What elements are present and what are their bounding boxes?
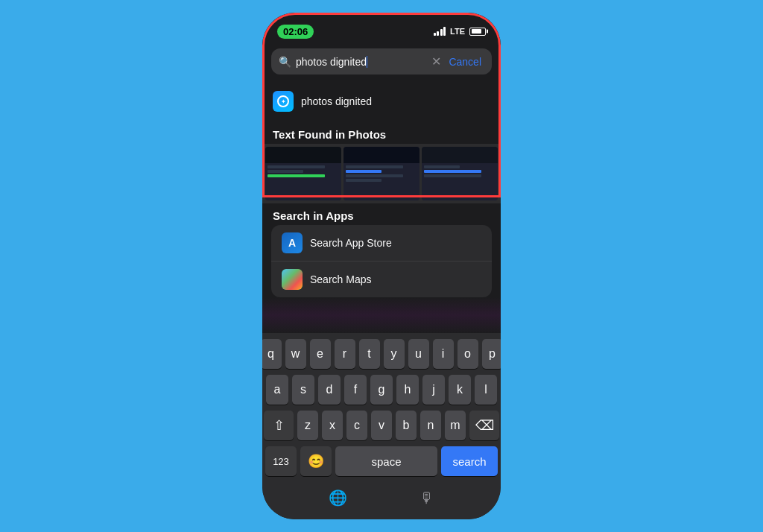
signal-bars-icon: [434, 27, 446, 36]
photo-card-3: [422, 147, 498, 200]
keyboard-bottom-row: 123 😊 space search: [265, 446, 498, 476]
key-j[interactable]: j: [422, 375, 445, 405]
app-store-icon: A: [282, 232, 303, 253]
search-icon: 🔍: [279, 56, 291, 68]
search-key[interactable]: search: [441, 446, 498, 476]
key-f[interactable]: f: [344, 375, 367, 405]
compass-icon: [277, 95, 289, 107]
battery-icon: [469, 28, 486, 36]
globe-icon[interactable]: 🌐: [329, 489, 347, 507]
search-bar[interactable]: 🔍 photos dignited ✕ Cancel: [271, 48, 492, 75]
apps-list: A Search App Store Search Maps: [271, 225, 492, 297]
key-o[interactable]: o: [458, 339, 478, 369]
dark-area: [262, 297, 501, 333]
clear-button[interactable]: ✕: [431, 54, 441, 69]
photo-card-2: [343, 147, 420, 200]
key-u[interactable]: u: [408, 339, 429, 369]
key-n[interactable]: n: [420, 411, 441, 440]
key-e[interactable]: e: [310, 339, 331, 369]
key-v[interactable]: v: [371, 411, 392, 440]
photos-section-header: Text Found in Photos: [262, 122, 501, 144]
search-bar-area: 🔍 photos dignited ✕ Cancel: [262, 45, 501, 80]
photo-card-1: [265, 147, 341, 200]
time-display: 02:06: [277, 25, 314, 39]
phone-screen: 02:06 LTE 🔍 photos dignited ✕ Cancel: [262, 13, 501, 519]
photo-card-body-2: [343, 163, 420, 200]
key-h[interactable]: h: [396, 375, 419, 405]
photo-card-header-3: [422, 147, 498, 163]
key-w[interactable]: w: [285, 339, 306, 369]
key-y[interactable]: y: [384, 339, 405, 369]
suggestions-section: photos dignited: [262, 80, 501, 122]
key-x[interactable]: x: [322, 411, 343, 440]
numbers-key[interactable]: 123: [265, 446, 297, 476]
status-icons: LTE: [434, 27, 486, 36]
backspace-key[interactable]: ⌫: [469, 411, 499, 440]
safari-icon: [273, 91, 294, 112]
photo-card-header-1: [265, 147, 341, 163]
app-store-letter: A: [288, 237, 296, 249]
photo-card-body-3: [422, 163, 498, 200]
key-g[interactable]: g: [370, 375, 393, 405]
key-q[interactable]: q: [262, 339, 282, 369]
key-a[interactable]: a: [266, 375, 288, 405]
app-store-label: Search App Store: [310, 237, 392, 249]
suggestion-text: photos dignited: [301, 95, 372, 107]
search-in-apps: Search in Apps A Search App Store Search…: [262, 203, 501, 297]
key-l[interactable]: l: [475, 375, 497, 405]
photo-card-header-2: [343, 147, 420, 163]
key-m[interactable]: m: [445, 411, 466, 440]
search-in-apps-header: Search in Apps: [262, 203, 501, 225]
status-bar: 02:06 LTE: [262, 13, 501, 45]
emoji-key[interactable]: 😊: [300, 446, 332, 476]
photo-thumb-inner: [262, 144, 501, 203]
cancel-button[interactable]: Cancel: [446, 56, 484, 68]
cursor: [367, 56, 368, 68]
maps-icon: [282, 269, 303, 290]
key-b[interactable]: b: [396, 411, 417, 440]
key-d[interactable]: d: [318, 375, 341, 405]
key-z[interactable]: z: [297, 411, 318, 440]
maps-label: Search Maps: [310, 273, 371, 285]
bottom-bar: 🌐 🎙: [262, 482, 501, 519]
suggestion-item[interactable]: photos dignited: [262, 83, 501, 119]
maps-item[interactable]: Search Maps: [271, 262, 492, 297]
key-c[interactable]: c: [346, 411, 367, 440]
photos-section: Text Found in Photos: [262, 122, 501, 203]
battery-fill: [472, 29, 482, 34]
key-i[interactable]: i: [433, 339, 454, 369]
carrier-label: LTE: [450, 27, 465, 36]
space-key[interactable]: space: [335, 446, 437, 476]
keyboard: q w e r t y u i o p a s d f g h j k l ⇧ …: [262, 333, 501, 482]
shift-key[interactable]: ⇧: [264, 411, 294, 440]
maps-icon-inner: [282, 269, 303, 290]
key-p[interactable]: p: [482, 339, 501, 369]
key-t[interactable]: t: [359, 339, 380, 369]
keyboard-row-1: q w e r t y u i o p: [265, 339, 498, 369]
photo-card-body-1: [265, 163, 341, 200]
photos-thumbnail[interactable]: [262, 144, 501, 203]
microphone-icon[interactable]: 🎙: [420, 490, 434, 507]
key-k[interactable]: k: [449, 375, 471, 405]
search-input[interactable]: photos dignited: [296, 56, 427, 68]
app-store-item[interactable]: A Search App Store: [271, 225, 492, 262]
key-r[interactable]: r: [335, 339, 355, 369]
keyboard-row-2: a s d f g h j k l: [265, 375, 498, 405]
key-s[interactable]: s: [292, 375, 314, 405]
keyboard-row-3: ⇧ z x c v b n m ⌫: [265, 411, 498, 440]
